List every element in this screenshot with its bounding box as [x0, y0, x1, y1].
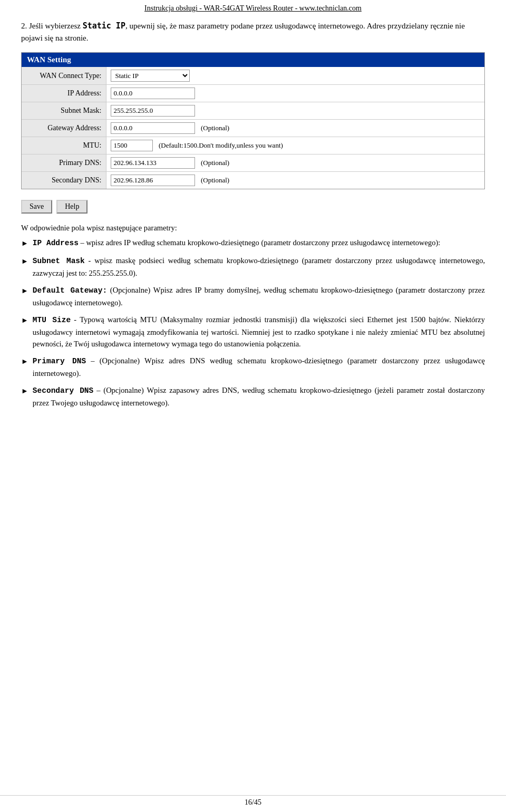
list-item: ► MTU Size - Typową wartością MTU (Maksy… — [21, 314, 485, 350]
subnet-mask-input[interactable] — [111, 105, 195, 117]
primary-dns-input[interactable] — [111, 157, 195, 169]
bullet-mtu-size: MTU Size - Typową wartością MTU (Maksyma… — [33, 314, 485, 350]
bullet-list: ► IP Address – wpisz adres IP według sch… — [21, 237, 485, 409]
page-number: 16/45 — [245, 798, 261, 806]
wan-setting-header: WAN Setting — [22, 53, 484, 67]
table-row: Subnet Mask: — [22, 102, 484, 120]
gateway-optional: (Optional) — [201, 124, 229, 132]
body-text: W odpowiednie pola wpisz następujące par… — [21, 222, 485, 234]
mtu-label: MTU: — [22, 137, 106, 154]
bullet-default-gateway: Default Gateway: (Opcjonalne) Wpisz adre… — [33, 284, 485, 308]
list-item: ► IP Address – wpisz adres IP według sch… — [21, 237, 485, 249]
primary-dns-label: Primary DNS: — [22, 154, 106, 172]
bullet-subnet-mask: Subnet Mask - wpisz maskę podsieci wedłu… — [33, 255, 485, 279]
primary-dns-value: (Optional) — [106, 154, 484, 172]
gateway-address-label: Gateway Address: — [22, 120, 106, 137]
list-item: ► Default Gateway: (Opcjonalne) Wpisz ad… — [21, 284, 485, 308]
ip-address-label: IP Address: — [22, 85, 106, 102]
wan-connect-type-label: WAN Connect Type: — [22, 67, 106, 85]
mtu-input[interactable] — [111, 140, 153, 151]
ip-address-input[interactable] — [111, 88, 195, 99]
mtu-note: (Default:1500.Don't modify,unless you wa… — [159, 141, 283, 149]
secondary-dns-label: Secondary DNS: — [22, 172, 106, 189]
gateway-address-value: (Optional) — [106, 120, 484, 137]
bullet-secondary-dns: Secondary DNS – (Opcjonalne) Wpisz zapas… — [33, 384, 485, 409]
secondary-dns-input[interactable] — [111, 175, 195, 186]
secondary-dns-value: (Optional) — [106, 172, 484, 189]
bullet-arrow-icon: ► — [21, 285, 28, 297]
list-item: ► Secondary DNS – (Opcjonalne) Wpisz zap… — [21, 384, 485, 409]
wan-connect-type-value[interactable]: Static IP DHCP PPPoE — [106, 67, 484, 85]
term-ip-address: IP Address — [33, 239, 79, 247]
primary-dns-optional: (Optional) — [201, 159, 229, 167]
term-mtu-size: MTU Size — [33, 316, 71, 324]
table-row: Secondary DNS: (Optional) — [22, 172, 484, 189]
table-row: Primary DNS: (Optional) — [22, 154, 484, 172]
wan-setting-table: WAN Connect Type: Static IP DHCP PPPoE I… — [22, 67, 484, 189]
list-item: ► Primary DNS – (Opcjonalne) Wpisz adres… — [21, 355, 485, 379]
bullet-primary-dns: Primary DNS – (Opcjonalne) Wpisz adres D… — [33, 355, 485, 379]
mtu-value: (Default:1500.Don't modify,unless you wa… — [106, 137, 484, 154]
bullet-arrow-icon: ► — [21, 238, 28, 249]
bullet-ip-address: IP Address – wpisz adres IP według schem… — [33, 237, 485, 249]
term-secondary-dns: Secondary DNS — [33, 386, 93, 395]
save-button[interactable]: Save — [21, 200, 52, 214]
table-row: WAN Connect Type: Static IP DHCP PPPoE — [22, 67, 484, 85]
secondary-dns-optional: (Optional) — [201, 176, 229, 184]
list-item: ► Subnet Mask - wpisz maskę podsieci wed… — [21, 255, 485, 279]
table-row: MTU: (Default:1500.Don't modify,unless y… — [22, 137, 484, 154]
bullet-arrow-icon: ► — [21, 385, 28, 397]
header-title: Instrukcja obsługi - WAR-54GAT Wireless … — [144, 4, 362, 12]
bullet-arrow-icon: ► — [21, 356, 28, 368]
subnet-mask-label: Subnet Mask: — [22, 102, 106, 120]
help-button[interactable]: Help — [56, 200, 87, 214]
subnet-mask-value — [106, 102, 484, 120]
term-primary-dns: Primary DNS — [33, 357, 86, 365]
static-ip-term: Static IP — [83, 21, 125, 31]
gateway-address-input[interactable] — [111, 122, 195, 134]
wan-setting-box: WAN Setting WAN Connect Type: Static IP … — [21, 52, 485, 189]
bullet-arrow-icon: ► — [21, 256, 28, 267]
term-subnet-mask: Subnet Mask — [33, 257, 85, 265]
buttons-row: Save Help — [21, 200, 485, 214]
intro-paragraph: 2. Jeśli wybierzesz Static IP, upewnij s… — [21, 20, 485, 44]
table-row: Gateway Address: (Optional) — [22, 120, 484, 137]
ip-address-value — [106, 85, 484, 102]
table-row: IP Address: — [22, 85, 484, 102]
page-header: Instrukcja obsługi - WAR-54GAT Wireless … — [0, 0, 506, 15]
wan-connect-type-select[interactable]: Static IP DHCP PPPoE — [111, 70, 190, 82]
page-footer: 16/45 — [0, 795, 506, 807]
term-default-gateway: Default Gateway: — [33, 286, 107, 295]
bullet-arrow-icon: ► — [21, 315, 28, 326]
